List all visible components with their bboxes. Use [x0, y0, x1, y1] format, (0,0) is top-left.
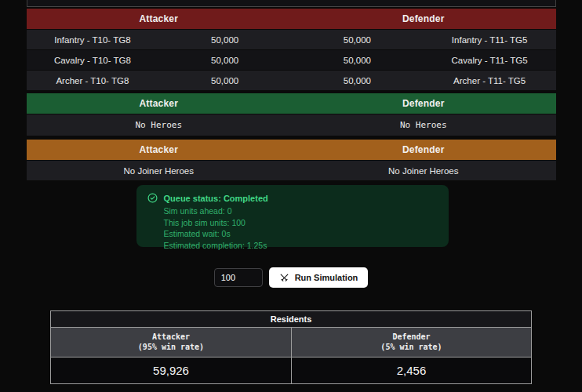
attacker-unit-label: Infantry - T10- TG8 [27, 30, 159, 49]
defender-unit-label: Archer - T11- TG5 [424, 71, 556, 90]
results-values-row: 59,926 2,456 [51, 358, 531, 383]
heroes-table: Attacker Defender No Heroes No Heroes [27, 93, 556, 136]
defender-unit-count: 50,000 [291, 71, 424, 90]
defender-unit-label: Infantry - T11- TG5 [424, 30, 556, 49]
defender-joiners-value: No Joiner Heroes [291, 161, 556, 180]
heroes-defender-header: Defender [291, 93, 556, 114]
troops-header-row: Attacker Defender [27, 9, 556, 29]
troops-attacker-header: Attacker [27, 9, 292, 29]
defender-heroes-value: No Heroes [291, 114, 556, 136]
results-defender-header: Defender [292, 332, 531, 342]
results-attacker-header: Attacker [51, 332, 291, 342]
joiners-attacker-header: Attacker [27, 140, 292, 160]
troops-defender-header: Defender [291, 9, 556, 29]
attacker-unit-label: Cavalry - T10- TG8 [27, 50, 159, 70]
attacker-unit-count: 50,000 [158, 71, 291, 90]
queue-status-panel: Queue status: Completed Sim units ahead:… [136, 185, 449, 247]
table-top-remnant [27, 0, 556, 7]
queue-status-title: Queue status: Completed [164, 194, 268, 203]
results-defender-value: 2,456 [291, 358, 531, 383]
swords-icon [279, 273, 289, 283]
results-table: Residents Attacker (95% win rate) Defend… [50, 310, 532, 384]
defender-unit-count: 50,000 [291, 50, 424, 70]
troop-row-infantry: Infantry - T10- TG8 50,000 50,000 Infant… [27, 29, 556, 49]
joiners-defender-header: Defender [291, 140, 556, 160]
results-attacker-value: 59,926 [51, 358, 291, 383]
queue-status-line: Estimated wait: 0s [164, 228, 438, 240]
attacker-unit-label: Archer - T10- TG8 [27, 71, 159, 90]
queue-status-line: Estimated completion: 1.25s [164, 240, 438, 252]
heroes-header-row: Attacker Defender [27, 93, 556, 114]
joiner-heroes-table: Attacker Defender No Joiner Heroes No Jo… [27, 140, 556, 180]
troops-table: Attacker Defender Infantry - T10- TG8 50… [27, 9, 556, 90]
troop-row-archer: Archer - T10- TG8 50,000 50,000 Archer -… [27, 70, 556, 90]
results-header-row: Attacker (95% win rate) Defender (5% win… [51, 328, 531, 358]
attacker-unit-count: 50,000 [158, 50, 291, 70]
attacker-unit-count: 50,000 [158, 30, 291, 49]
joiners-row: No Joiner Heroes No Joiner Heroes [27, 160, 556, 180]
joiners-header-row: Attacker Defender [27, 140, 556, 160]
results-defender-header-cell: Defender (5% win rate) [291, 328, 531, 357]
heroes-row: No Heroes No Heroes [27, 114, 556, 136]
defender-unit-count: 50,000 [291, 30, 424, 49]
run-simulation-label: Run Simulation [295, 273, 358, 282]
results-title: Residents [51, 311, 531, 328]
battle-simulator-page: Attacker Defender Infantry - T10- TG8 50… [0, 0, 582, 392]
heroes-attacker-header: Attacker [27, 93, 292, 114]
attacker-heroes-value: No Heroes [27, 114, 292, 136]
simulation-controls: Run Simulation [27, 267, 556, 288]
troop-row-cavalry: Cavalry - T10- TG8 50,000 50,000 Cavalry… [27, 49, 556, 70]
run-simulation-button[interactable]: Run Simulation [269, 267, 369, 288]
results-attacker-header-cell: Attacker (95% win rate) [51, 328, 291, 357]
sim-units-input[interactable] [214, 268, 263, 287]
queue-status-line: Sim units ahead: 0 [164, 205, 438, 217]
attacker-joiners-value: No Joiner Heroes [27, 161, 292, 180]
defender-unit-label: Cavalry - T11- TG5 [424, 50, 556, 70]
queue-status-line: This job sim units: 100 [164, 217, 438, 229]
check-circle-icon [147, 193, 158, 203]
results-defender-winrate: (5% win rate) [292, 342, 531, 352]
results-attacker-winrate: (95% win rate) [51, 342, 291, 352]
